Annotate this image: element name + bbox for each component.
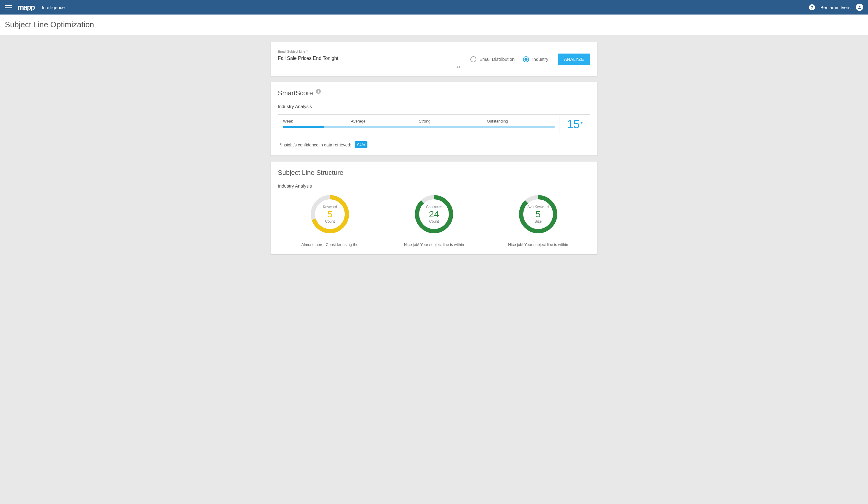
metric-bottom-label: Count <box>429 219 439 223</box>
metric-bottom-label: Count <box>325 219 335 223</box>
structure-card: Subject Line Structure Industry Analysis… <box>271 161 597 254</box>
subject-field-label: Email Subject Line * <box>278 50 461 53</box>
user-avatar-icon[interactable] <box>856 4 863 11</box>
donut-metric-1: Character24CountNice job! Your subject l… <box>387 194 481 247</box>
brand-logo: mapp <box>18 3 34 11</box>
score-progress-track <box>283 126 555 128</box>
donut-metric-2: Avg Keyword5SizeNice job! Your subject l… <box>491 194 585 247</box>
metric-bottom-label: Size <box>535 219 541 223</box>
metric-caption: Almost there! Consider using the <box>301 242 359 247</box>
radio-unchecked-icon <box>470 56 476 62</box>
metric-top-label: Keyword <box>323 205 337 209</box>
analyze-button[interactable]: ANALYZE <box>558 54 590 65</box>
donut-row: Keyword5CountAlmost there! Consider usin… <box>278 194 590 247</box>
smartscore-title: SmartScore <box>278 89 313 97</box>
metric-top-label: Character <box>426 205 442 209</box>
score-asterisk: * <box>580 120 583 128</box>
analysis-mode-radio-group: Email Distribution Industry <box>470 56 548 62</box>
char-counter: 28 <box>278 64 461 69</box>
main-content: Email Subject Line * 28 Email Distributi… <box>0 35 868 266</box>
metric-caption: Nice job! Your subject line is within <box>404 242 464 247</box>
svg-point-0 <box>859 6 860 7</box>
confidence-label: *Insight's confidence in data retrieved: <box>280 143 351 147</box>
metric-value: 5 <box>328 209 333 219</box>
subject-input-card: Email Subject Line * 28 Email Distributi… <box>271 42 597 76</box>
structure-subtitle: Industry Analysis <box>278 183 590 188</box>
radio-industry-label: Industry <box>532 56 548 62</box>
radio-industry[interactable]: Industry <box>523 56 548 62</box>
confidence-badge: 94% <box>355 141 368 148</box>
topbar: mapp Intelligence ? Benjamin Ivers <box>0 0 868 14</box>
donut-chart: Character24Count <box>414 194 454 234</box>
metric-caption: Nice job! Your subject line is within <box>508 242 568 247</box>
score-value-box: 15* <box>560 115 590 134</box>
structure-title: Subject Line Structure <box>278 169 343 177</box>
metric-value: 5 <box>536 209 541 219</box>
score-scale-labels: Weak Average Strong Outstanding <box>283 119 555 124</box>
page-title: Subject Line Optimization <box>5 20 863 29</box>
username-label: Benjamin Ivers <box>820 5 850 10</box>
menu-icon[interactable] <box>5 4 12 11</box>
smartscore-subtitle: Industry Analysis <box>278 104 590 109</box>
subject-input[interactable] <box>278 54 461 63</box>
help-icon[interactable]: ? <box>809 4 815 10</box>
score-box: Weak Average Strong Outstanding 15* <box>278 114 590 134</box>
radio-checked-icon <box>523 56 529 62</box>
page-title-bar: Subject Line Optimization <box>0 14 868 35</box>
product-name: Intelligence <box>42 5 65 10</box>
score-progress-fill <box>283 126 324 128</box>
radio-email-dist-label: Email Distribution <box>479 56 515 62</box>
donut-chart: Keyword5Count <box>310 194 350 234</box>
score-value: 15 <box>567 118 580 130</box>
donut-chart: Avg Keyword5Size <box>518 194 558 234</box>
radio-email-distribution[interactable]: Email Distribution <box>470 56 515 62</box>
metric-top-label: Avg Keyword <box>528 205 549 209</box>
smartscore-card: SmartScore i Industry Analysis Weak Aver… <box>271 82 597 156</box>
info-icon[interactable]: i <box>316 89 321 94</box>
metric-value: 24 <box>429 209 439 219</box>
donut-metric-0: Keyword5CountAlmost there! Consider usin… <box>283 194 377 247</box>
